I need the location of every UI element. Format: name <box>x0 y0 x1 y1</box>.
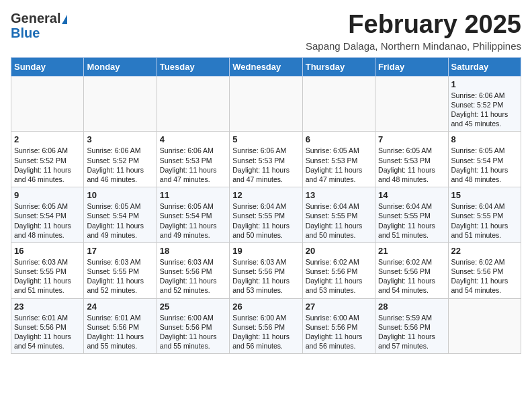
day-cell: 17Sunrise: 6:03 AM Sunset: 5:55 PM Dayli… <box>84 242 157 298</box>
calendar-table: SundayMondayTuesdayWednesdayThursdayFrid… <box>11 57 521 354</box>
day-info: Sunrise: 6:05 AM Sunset: 5:54 PM Dayligh… <box>87 201 153 240</box>
day-cell: 4Sunrise: 6:06 AM Sunset: 5:53 PM Daylig… <box>157 132 229 187</box>
day-info: Sunrise: 6:02 AM Sunset: 5:56 PM Dayligh… <box>451 257 518 295</box>
day-cell <box>230 76 302 132</box>
day-info: Sunrise: 6:06 AM Sunset: 5:52 PM Dayligh… <box>451 91 518 129</box>
day-cell: 26Sunrise: 6:00 AM Sunset: 5:56 PM Dayli… <box>230 298 302 354</box>
weekday-monday: Monday <box>84 57 157 76</box>
weekday-thursday: Thursday <box>302 57 375 76</box>
day-number: 23 <box>14 302 81 312</box>
weekday-tuesday: Tuesday <box>157 57 229 76</box>
day-number: 1 <box>451 79 518 89</box>
day-number: 14 <box>378 190 445 200</box>
week-row-4: 23Sunrise: 6:01 AM Sunset: 5:56 PM Dayli… <box>11 298 521 354</box>
month-title: February 2025 <box>306 11 521 39</box>
day-info: Sunrise: 6:00 AM Sunset: 5:56 PM Dayligh… <box>306 313 372 351</box>
day-info: Sunrise: 6:04 AM Sunset: 5:55 PM Dayligh… <box>232 201 299 240</box>
day-info: Sunrise: 6:05 AM Sunset: 5:53 PM Dayligh… <box>306 146 372 184</box>
day-number: 27 <box>306 302 372 312</box>
day-number: 15 <box>451 190 518 200</box>
week-row-0: 1Sunrise: 6:06 AM Sunset: 5:52 PM Daylig… <box>11 76 521 132</box>
day-number: 25 <box>160 302 226 312</box>
title-block: February 2025 Sapang Dalaga, Northern Mi… <box>306 11 521 52</box>
day-info: Sunrise: 6:02 AM Sunset: 5:56 PM Dayligh… <box>306 257 372 295</box>
day-number: 8 <box>451 134 518 144</box>
day-cell: 16Sunrise: 6:03 AM Sunset: 5:55 PM Dayli… <box>11 242 84 298</box>
day-cell: 28Sunrise: 5:59 AM Sunset: 5:56 PM Dayli… <box>375 298 448 354</box>
day-info: Sunrise: 6:03 AM Sunset: 5:55 PM Dayligh… <box>87 257 153 295</box>
location: Sapang Dalaga, Northern Mindanao, Philip… <box>306 40 521 52</box>
day-info: Sunrise: 6:06 AM Sunset: 5:53 PM Dayligh… <box>160 146 226 184</box>
day-cell: 21Sunrise: 6:02 AM Sunset: 5:56 PM Dayli… <box>375 242 448 298</box>
day-cell <box>448 298 521 354</box>
day-number: 16 <box>14 246 81 256</box>
day-number: 6 <box>306 134 372 144</box>
day-cell: 27Sunrise: 6:00 AM Sunset: 5:56 PM Dayli… <box>302 298 375 354</box>
day-number: 20 <box>306 246 372 256</box>
day-cell: 12Sunrise: 6:04 AM Sunset: 5:55 PM Dayli… <box>230 187 302 243</box>
day-cell: 24Sunrise: 6:01 AM Sunset: 5:56 PM Dayli… <box>84 298 157 354</box>
day-cell: 10Sunrise: 6:05 AM Sunset: 5:54 PM Dayli… <box>84 187 157 243</box>
day-info: Sunrise: 5:59 AM Sunset: 5:56 PM Dayligh… <box>378 313 445 351</box>
day-info: Sunrise: 6:01 AM Sunset: 5:56 PM Dayligh… <box>14 313 81 351</box>
day-cell <box>11 76 84 132</box>
day-cell: 14Sunrise: 6:04 AM Sunset: 5:55 PM Dayli… <box>375 187 448 243</box>
logo-blue: Blue <box>11 26 40 40</box>
day-info: Sunrise: 6:06 AM Sunset: 5:53 PM Dayligh… <box>232 146 299 184</box>
day-number: 4 <box>160 134 226 144</box>
day-info: Sunrise: 6:05 AM Sunset: 5:53 PM Dayligh… <box>378 146 445 184</box>
day-number: 13 <box>306 190 372 200</box>
day-info: Sunrise: 6:03 AM Sunset: 5:55 PM Dayligh… <box>14 257 81 295</box>
day-info: Sunrise: 6:00 AM Sunset: 5:56 PM Dayligh… <box>232 313 299 351</box>
day-info: Sunrise: 6:04 AM Sunset: 5:55 PM Dayligh… <box>378 201 445 240</box>
logo-text: General <box>11 11 67 26</box>
day-number: 18 <box>160 246 226 256</box>
weekday-sunday: Sunday <box>11 57 84 76</box>
weekday-wednesday: Wednesday <box>230 57 302 76</box>
logo: General Blue <box>11 11 67 40</box>
day-number: 9 <box>14 190 81 200</box>
day-number: 2 <box>14 134 81 144</box>
day-cell: 6Sunrise: 6:05 AM Sunset: 5:53 PM Daylig… <box>302 132 375 187</box>
day-cell: 20Sunrise: 6:02 AM Sunset: 5:56 PM Dayli… <box>302 242 375 298</box>
day-cell: 11Sunrise: 6:05 AM Sunset: 5:54 PM Dayli… <box>157 187 229 243</box>
day-cell: 18Sunrise: 6:03 AM Sunset: 5:56 PM Dayli… <box>157 242 229 298</box>
day-cell <box>157 76 229 132</box>
day-number: 7 <box>378 134 445 144</box>
day-cell: 7Sunrise: 6:05 AM Sunset: 5:53 PM Daylig… <box>375 132 448 187</box>
day-number: 19 <box>232 246 299 256</box>
day-number: 3 <box>87 134 153 144</box>
day-info: Sunrise: 6:06 AM Sunset: 5:52 PM Dayligh… <box>14 146 81 184</box>
day-cell: 15Sunrise: 6:04 AM Sunset: 5:55 PM Dayli… <box>448 187 521 243</box>
day-cell: 13Sunrise: 6:04 AM Sunset: 5:55 PM Dayli… <box>302 187 375 243</box>
day-number: 22 <box>451 246 518 256</box>
day-number: 26 <box>232 302 299 312</box>
day-cell <box>84 76 157 132</box>
week-row-2: 9Sunrise: 6:05 AM Sunset: 5:54 PM Daylig… <box>11 187 521 243</box>
day-number: 28 <box>378 302 445 312</box>
day-info: Sunrise: 6:03 AM Sunset: 5:56 PM Dayligh… <box>232 257 299 295</box>
day-cell: 3Sunrise: 6:06 AM Sunset: 5:52 PM Daylig… <box>84 132 157 187</box>
weekday-header-row: SundayMondayTuesdayWednesdayThursdayFrid… <box>11 57 521 76</box>
day-cell: 19Sunrise: 6:03 AM Sunset: 5:56 PM Dayli… <box>230 242 302 298</box>
day-number: 5 <box>232 134 299 144</box>
day-cell: 5Sunrise: 6:06 AM Sunset: 5:53 PM Daylig… <box>230 132 302 187</box>
day-number: 24 <box>87 302 153 312</box>
day-info: Sunrise: 6:05 AM Sunset: 5:54 PM Dayligh… <box>160 201 226 240</box>
day-info: Sunrise: 6:03 AM Sunset: 5:56 PM Dayligh… <box>160 257 226 295</box>
page-header: General Blue February 2025 Sapang Dalaga… <box>11 11 521 52</box>
day-cell <box>302 76 375 132</box>
day-info: Sunrise: 6:04 AM Sunset: 5:55 PM Dayligh… <box>451 201 518 240</box>
day-info: Sunrise: 6:06 AM Sunset: 5:52 PM Dayligh… <box>87 146 153 184</box>
day-number: 11 <box>160 190 226 200</box>
weekday-friday: Friday <box>375 57 448 76</box>
weekday-saturday: Saturday <box>448 57 521 76</box>
week-row-1: 2Sunrise: 6:06 AM Sunset: 5:52 PM Daylig… <box>11 132 521 187</box>
week-row-3: 16Sunrise: 6:03 AM Sunset: 5:55 PM Dayli… <box>11 242 521 298</box>
day-cell: 23Sunrise: 6:01 AM Sunset: 5:56 PM Dayli… <box>11 298 84 354</box>
day-cell: 9Sunrise: 6:05 AM Sunset: 5:54 PM Daylig… <box>11 187 84 243</box>
day-info: Sunrise: 6:04 AM Sunset: 5:55 PM Dayligh… <box>306 201 372 240</box>
day-info: Sunrise: 6:05 AM Sunset: 5:54 PM Dayligh… <box>451 146 518 184</box>
day-cell <box>375 76 448 132</box>
day-cell: 25Sunrise: 6:00 AM Sunset: 5:56 PM Dayli… <box>157 298 229 354</box>
